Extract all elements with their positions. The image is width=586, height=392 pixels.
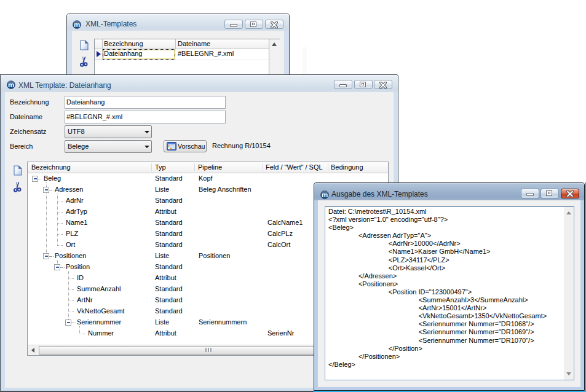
- svg-text:m: m: [322, 191, 328, 198]
- svg-text:m: m: [8, 81, 14, 88]
- svg-text:m: m: [74, 21, 80, 28]
